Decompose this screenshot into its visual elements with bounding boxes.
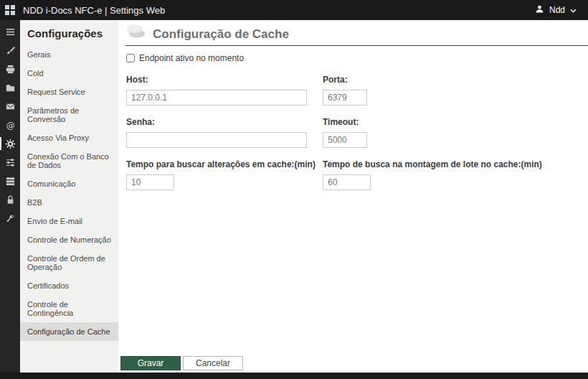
icon-rail: @ (0, 20, 20, 373)
envelope-icon[interactable] (0, 97, 20, 116)
sidebar-list: GeraisColdRequest ServiceParâmetros de C… (20, 45, 118, 341)
sidebar-item[interactable]: Controle de Numeração (20, 230, 118, 249)
app-logo-icon[interactable] (0, 0, 20, 20)
tempo-buscar-input[interactable] (126, 174, 174, 190)
sliders-icon[interactable] (0, 153, 20, 172)
sidebar-item[interactable]: Acesso Via Proxy (20, 128, 118, 147)
form-actions: Gravar Cancelar (120, 356, 243, 370)
rows-icon[interactable] (0, 172, 20, 190)
timeout-field: Timeout: (323, 117, 588, 148)
senha-input[interactable] (126, 132, 307, 148)
sidebar: Configurações GeraisColdRequest ServiceP… (20, 20, 118, 373)
porta-input[interactable] (323, 90, 367, 106)
user-name: Ndd (549, 5, 565, 15)
host-input[interactable] (126, 90, 307, 106)
endpoint-active-label: Endpoint ativo no momento (139, 53, 244, 63)
senha-field: Senha: (126, 117, 323, 148)
cache-form: Endpoint ativo no momento Host: Porta: S… (126, 53, 588, 190)
cache-icon (125, 23, 147, 43)
lock-icon[interactable] (0, 190, 20, 209)
sidebar-item[interactable]: Comunicação (20, 174, 118, 193)
app-title: NDD i-Docs NFC-e | Settings Web (23, 5, 165, 16)
save-button[interactable]: Gravar (120, 356, 181, 370)
main-content: Configuração de Cache Endpoint ativo no … (118, 20, 588, 373)
sidebar-title: Configurações (27, 27, 118, 39)
gear-icon[interactable] (0, 134, 20, 153)
bottom-bar (0, 373, 588, 379)
sidebar-item[interactable]: Configuração de Cache (20, 322, 118, 341)
user-icon (535, 4, 544, 16)
tempo-buscar-field: Tempo para buscar alterações em cache:(m… (126, 159, 323, 190)
timeout-input[interactable] (323, 132, 367, 148)
chevron-down-icon (570, 5, 577, 15)
sidebar-item[interactable]: Conexão Com o Banco de Dados (20, 147, 118, 174)
sidebar-item[interactable]: Gerais (20, 45, 118, 64)
porta-label: Porta: (323, 75, 588, 85)
sidebar-item[interactable]: Cold (20, 64, 118, 83)
host-field: Host: (126, 75, 323, 106)
host-label: Host: (126, 75, 323, 85)
tempo-lote-input[interactable] (323, 174, 371, 190)
tempo-buscar-label: Tempo para buscar alterações em cache:(m… (126, 159, 323, 169)
sidebar-item[interactable]: Parâmetros de Conversão (20, 101, 118, 128)
cancel-button[interactable]: Cancelar (183, 356, 243, 370)
timeout-label: Timeout: (323, 117, 588, 127)
senha-label: Senha: (126, 117, 323, 127)
sidebar-item[interactable]: Controle de Ordem de Operação (20, 249, 118, 276)
menu-icon[interactable] (0, 22, 20, 41)
svg-text:@: @ (6, 120, 14, 130)
printer-icon[interactable] (0, 60, 20, 78)
wrench-icon[interactable] (0, 209, 20, 228)
page-title: Configuração de Cache (153, 27, 289, 42)
user-menu[interactable]: Ndd (535, 4, 588, 16)
page-header: Configuração de Cache (125, 20, 588, 46)
endpoint-active-checkbox[interactable] (126, 54, 135, 62)
porta-field: Porta: (323, 75, 588, 106)
sidebar-item[interactable]: B2B (20, 193, 118, 212)
at-sign-icon[interactable]: @ (0, 116, 20, 134)
tempo-lote-field: Tempo de busca na montagem de lote no ca… (323, 159, 588, 190)
sidebar-item[interactable]: Controle de Contingência (20, 295, 118, 322)
brush-icon[interactable] (0, 41, 20, 60)
sidebar-item[interactable]: Request Service (20, 83, 118, 101)
topbar: NDD i-Docs NFC-e | Settings Web Ndd (0, 0, 588, 20)
tempo-lote-label: Tempo de busca na montagem de lote no ca… (323, 159, 588, 169)
folder-icon[interactable] (0, 78, 20, 97)
sidebar-item[interactable]: Envio de E-mail (20, 212, 118, 230)
sidebar-item[interactable]: Certificados (20, 276, 118, 295)
